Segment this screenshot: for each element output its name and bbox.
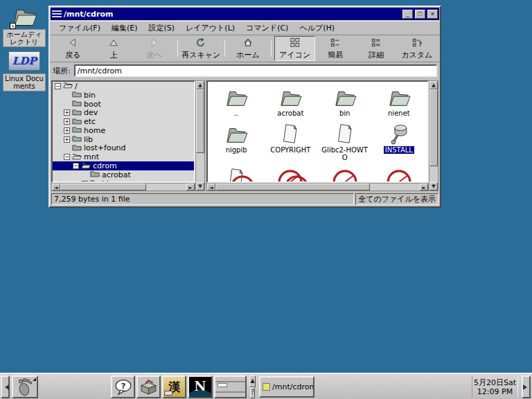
scroll-left-icon[interactable]: ◄ (52, 184, 60, 190)
tree-item-lostfound[interactable]: lost+found (53, 144, 194, 153)
tree-item-etc[interactable]: +etc (53, 117, 194, 126)
file-label: Glibc2-HOWTO (319, 146, 371, 161)
toolbar-button-label: 次へ (147, 51, 162, 60)
file-INSTALL[interactable]: INSTALL (372, 121, 426, 166)
toolbar-button-forward[interactable]: 次へ (134, 36, 175, 61)
kanji-input-button[interactable]: 漢 (162, 375, 186, 398)
file-Glibc2HOWTO[interactable]: Glibc2-HOWTO (318, 121, 372, 166)
file-labviewexamples5.11.i386.rpm[interactable]: rpmlabview-examples-5.1-1.i386.rpm (318, 166, 372, 183)
tree-item-mnt[interactable]: −mnt (53, 152, 194, 161)
toolbar-button-brief-view[interactable]: 簡易 (315, 36, 356, 61)
location-input[interactable] (74, 64, 437, 77)
file-labviewhelp5.11.i386.rpm[interactable]: rpmlabview-help-5.1-1.i386.rpm (372, 166, 426, 183)
toolbar-button-back[interactable]: 戻る (53, 36, 94, 61)
file-icon-view: ..acrobatbinnienetnigpibCOPYRIGHTGlibc2-… (206, 80, 429, 183)
close-button[interactable]: × (427, 10, 438, 19)
clock-applet[interactable]: 5月20日Sat 12:09 PM (472, 376, 518, 398)
scroll-up-icon[interactable]: ▲ (196, 81, 204, 89)
minus-expander-icon[interactable]: − (55, 83, 61, 89)
tree-horizontal-scrollbar[interactable]: ◄ ► (51, 183, 195, 191)
tree-item-home[interactable]: +home (53, 126, 194, 135)
menu-file[interactable]: ファイル(F) (54, 21, 105, 35)
tree-item-lib[interactable]: +lib (53, 135, 194, 144)
menu-edit[interactable]: 編集(E) (107, 21, 143, 35)
tree-item-boot[interactable]: boot (53, 100, 194, 109)
toolbar-button-rescan[interactable]: 再スキャン (181, 36, 222, 61)
pager-desktop-2[interactable] (231, 381, 246, 382)
tree-item-label: acrobat (100, 170, 133, 179)
plus-expander-icon[interactable]: + (64, 118, 70, 125)
icons-vertical-scrollbar[interactable]: ▲ ▼ (429, 80, 438, 191)
desktop-pager[interactable] (214, 375, 247, 398)
help-applet-button[interactable]: ? (111, 375, 135, 398)
file-label: nienet (388, 109, 410, 117)
menu-help[interactable]: ヘルプ(H) (294, 21, 339, 35)
menu-settings[interactable]: 設定(S) (144, 21, 180, 35)
toolbar-button-home[interactable]: ホーム (228, 36, 269, 61)
tree-item-bin[interactable]: bin (53, 91, 194, 100)
toolbar-button-custom-view[interactable]: ?カスタム (396, 36, 437, 61)
taskbar-panel: ? 漢 N (0, 373, 532, 399)
svg-text:rpm: rpm (388, 179, 410, 183)
scroll-down-icon[interactable]: ▼ (429, 182, 438, 190)
icons-horizontal-scrollbar[interactable]: ◄ ► (206, 183, 429, 191)
scroll-up-icon[interactable]: ▲ (429, 81, 438, 89)
file-label: bin (339, 109, 350, 117)
toolbar-button-detailed-view[interactable]: 詳細 (356, 36, 397, 61)
tree-pane: −/binboot+dev+etc+home+liblost+found−mnt… (51, 80, 205, 191)
help-bubble-icon: ? (114, 378, 132, 396)
tree-item-bin[interactable]: +bin (53, 179, 194, 183)
gnome-main-menu-button[interactable] (12, 375, 38, 398)
task-button-mnt-cdrom[interactable]: /mnt/cdrom (259, 376, 314, 398)
folder-open-icon (81, 161, 91, 171)
pager-desktop-4[interactable] (231, 391, 246, 393)
tree-item-dev[interactable]: +dev (53, 108, 194, 117)
minimize-button[interactable]: _ (402, 10, 413, 19)
plus-expander-icon[interactable]: + (64, 109, 70, 116)
toolbar-button-icons-view[interactable]: アイコン (274, 36, 315, 61)
control-center-button[interactable] (136, 375, 161, 398)
file-bin[interactable]: bin (318, 85, 372, 121)
file-acrobat[interactable]: acrobat (263, 85, 317, 121)
toolbar-button-up[interactable]: 上 (94, 36, 134, 61)
desktop-icon-linux-documents[interactable]: LDP Linux Documents (1, 48, 47, 91)
menu-layout[interactable]: レイアウト(L) (181, 21, 240, 35)
file-COPYRIGHT[interactable]: COPYRIGHT (263, 121, 317, 166)
file-label: COPYRIGHT (270, 146, 310, 154)
desktop-icon-home-directory[interactable]: ➘ ホームディレクトリ (1, 4, 47, 47)
toolbox-icon (139, 378, 158, 396)
file-nigpib[interactable]: nigpib (209, 121, 263, 166)
window-menu-icon[interactable] (52, 10, 62, 18)
minus-expander-icon[interactable]: − (64, 154, 70, 160)
scroll-right-icon[interactable]: ► (420, 184, 428, 190)
minus-expander-icon[interactable]: − (73, 163, 79, 169)
maximize-button[interactable]: □ (415, 10, 425, 19)
gnome-foot-icon (16, 378, 34, 397)
pager-desktop-1[interactable] (215, 381, 231, 382)
keyboard-icon (164, 391, 172, 396)
pager-desktop-3[interactable] (215, 391, 231, 393)
window-titlebar[interactable]: /mnt/cdrom _ □ × (51, 8, 439, 20)
scroll-left-icon[interactable]: ◄ (207, 184, 215, 190)
toolbar-button-label: アイコン (279, 51, 310, 60)
pager-help-button[interactable]: ? (250, 387, 254, 399)
tree-vertical-scrollbar[interactable]: ▲ ▼ (195, 80, 205, 191)
home-folder-icon: ➘ (1, 4, 47, 29)
tree-item-acrobat[interactable]: acrobat (53, 170, 194, 179)
clock-date: 5月20日Sat (474, 378, 516, 387)
plus-expander-icon[interactable]: + (64, 127, 70, 134)
file-nienet[interactable]: nienet (372, 85, 426, 121)
panel-hide-right-button[interactable] (522, 375, 531, 398)
pager-up-button[interactable]: ▲ (249, 375, 255, 387)
plus-expander-icon[interactable]: + (82, 181, 88, 183)
plus-expander-icon[interactable]: + (64, 136, 70, 143)
file-..[interactable]: .. (209, 85, 263, 121)
scroll-down-icon[interactable]: ▼ (196, 182, 204, 190)
scroll-right-icon[interactable]: ► (186, 184, 195, 190)
netscape-button[interactable]: N (188, 375, 213, 398)
toolbar-separator (177, 40, 178, 57)
tree-item-cdrom[interactable]: −cdrom (53, 161, 194, 170)
panel-hide-left-button[interactable] (1, 375, 10, 398)
tree-item-[interactable]: −/ (53, 82, 194, 91)
menu-commands[interactable]: コマンド(C) (241, 21, 293, 35)
